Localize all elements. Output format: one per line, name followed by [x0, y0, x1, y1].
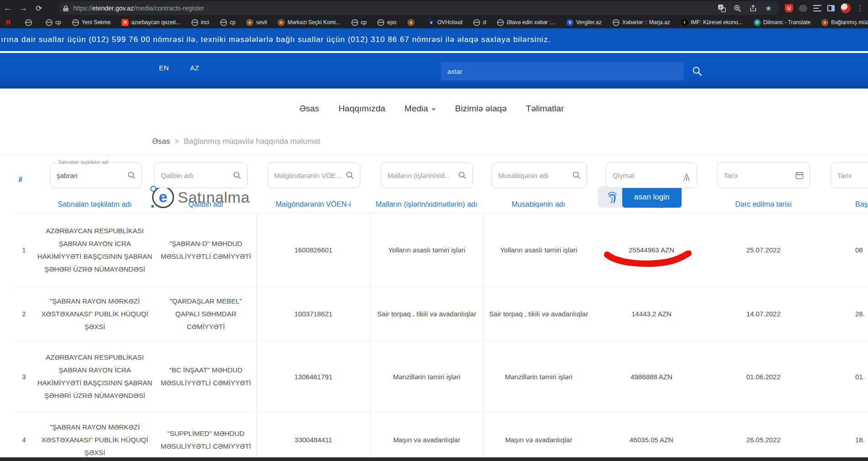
- filter-date-from[interactable]: [717, 162, 810, 188]
- site-search-input[interactable]: [441, 68, 684, 75]
- filter-org-input[interactable]: [56, 171, 125, 180]
- menu-kebab-icon[interactable]: ⋮: [857, 4, 863, 12]
- bookmark-item[interactable]: cp: [46, 19, 61, 26]
- bookmark-item[interactable]: [408, 19, 417, 26]
- emblem-favicon-icon: [408, 19, 414, 26]
- back-icon[interactable]: ←: [0, 3, 16, 13]
- cell-voen: 1003718621: [256, 287, 370, 341]
- filter-goods-input[interactable]: [386, 171, 456, 180]
- bookmark-item[interactable]: Mərkəzi Seçki Komi...: [278, 19, 340, 26]
- filter-tender[interactable]: [492, 162, 587, 188]
- bookmark-item[interactable]: cp: [351, 19, 367, 26]
- bottom-edge-strip: [0, 457, 868, 461]
- bookmark-item[interactable]: cp: [220, 19, 236, 26]
- lang-az-link[interactable]: AZ: [190, 64, 199, 72]
- cell-num: 4: [14, 436, 34, 444]
- filter-date-to-input[interactable]: [836, 171, 868, 180]
- share-icon[interactable]: [748, 4, 757, 13]
- cell-org: AZƏRBAYCAN RESPUBLİKASI ŞABRAN RAYON İCR…: [34, 225, 155, 276]
- filter-icon[interactable]: [682, 173, 691, 182]
- filter-goods[interactable]: [381, 162, 473, 188]
- cell-start: 18.: [818, 436, 868, 444]
- site-search-box[interactable]: [441, 62, 684, 80]
- chevron-down-icon: [431, 108, 436, 111]
- header-published: Dərc edilmə tarixi: [709, 200, 818, 209]
- filter-voen-input[interactable]: [273, 171, 344, 180]
- bookmark-item[interactable]: Xəbərlər :: Marja.az: [613, 19, 670, 26]
- filter-tender-input[interactable]: [498, 171, 570, 180]
- bookmark-star-icon[interactable]: ★: [764, 4, 773, 13]
- globe-favicon-icon: [220, 19, 227, 26]
- nav-item-telimatlar[interactable]: Təlimatlar: [526, 104, 564, 114]
- filter-price[interactable]: [606, 162, 697, 188]
- cell-voen: 1306461791: [256, 341, 370, 412]
- search-icon[interactable]: [458, 171, 467, 180]
- cell-goods: Yolların əsaslı təmiri işləri: [370, 213, 483, 287]
- filter-org[interactable]: Satınalan təşkilatın adı: [50, 162, 142, 188]
- bookmark-item[interactable]: [5, 19, 14, 26]
- cell-winner: "QARDAŞLAR MEBEL" QAPALI SƏHMDAR CƏMİYYƏ…: [155, 295, 256, 333]
- bookmark-item[interactable]: azərbaycan qəzeti...: [122, 19, 180, 26]
- cell-goods: Sair torpaq , tikili və avadanlıqlar: [370, 287, 483, 341]
- forward-icon[interactable]: →: [16, 3, 31, 13]
- cell-published: 01.06.2022: [709, 373, 818, 381]
- browser-window: { "browser": { "url": {"scheme": "https:…: [0, 0, 868, 461]
- filter-date-from-input[interactable]: [723, 171, 793, 180]
- filter-winner[interactable]: [154, 162, 248, 188]
- breadcrumb-home-link[interactable]: Əsas: [152, 137, 170, 146]
- filter-winner-input[interactable]: [160, 171, 231, 180]
- bookmark-item[interactable]: IMF: Küresel ekono...: [681, 19, 743, 26]
- search-icon[interactable]: [572, 171, 581, 180]
- extensions-area: U ⋮: [785, 0, 863, 16]
- nav-item-haqqimizda[interactable]: Haqqımızda: [339, 104, 385, 114]
- cell-start: 01.: [818, 373, 868, 381]
- translate-icon[interactable]: A: [717, 4, 726, 13]
- filter-date-to[interactable]: [831, 162, 868, 188]
- cell-tender: Sair torpaq , tikili və avadanlıqlar: [483, 287, 594, 341]
- nav-item-esas[interactable]: Əsas: [299, 104, 319, 114]
- cell-voen: 1600826601: [256, 213, 370, 287]
- cell-published: 26.05.2022: [709, 436, 818, 444]
- cell-voen: 3300484411: [256, 413, 370, 461]
- table-row: 2 "ŞABRAN RAYON MƏRKƏZİ XƏSTƏXANASI" PUB…: [14, 287, 868, 341]
- ublock-extension-icon[interactable]: U: [785, 4, 793, 12]
- filter-price-input[interactable]: [612, 171, 680, 180]
- cell-tender: Maşın və avadanlıqlar: [483, 413, 594, 461]
- search-icon[interactable]: [233, 171, 242, 180]
- bookmark-item[interactable]: sevil: [246, 19, 267, 26]
- bookmark-item[interactable]: Yeni Sekme: [72, 19, 111, 26]
- zoom-icon[interactable]: [733, 4, 742, 13]
- site-header: e Satınalma Əsas Haqqımızda Media Biziml…: [0, 89, 868, 129]
- search-icon[interactable]: [692, 66, 703, 77]
- reading-list-icon[interactable]: [813, 5, 821, 11]
- search-icon[interactable]: [345, 171, 355, 180]
- calendar-icon[interactable]: [795, 171, 804, 180]
- side-panel-icon[interactable]: [827, 5, 835, 11]
- search-icon[interactable]: [127, 171, 136, 180]
- bookmark-item[interactable]: [25, 19, 35, 26]
- cell-published: 14.07.2022: [709, 310, 818, 318]
- cell-start: 28.: [818, 310, 868, 318]
- bookmark-item[interactable]: d: [473, 19, 486, 26]
- emblem-favicon-icon: [821, 19, 828, 26]
- bookmark-item[interactable]: Dilmanc - Translate: [754, 19, 810, 26]
- cell-tender: Mənzillərin təmiri işləri: [483, 341, 594, 412]
- nav-item-bizimle-elaqe[interactable]: Bizimlə əlaqə: [455, 104, 507, 114]
- bookmark-item[interactable]: OVHcloud: [428, 19, 463, 26]
- ssl-lock-icon: [63, 5, 69, 11]
- reload-icon[interactable]: ⟳: [31, 4, 47, 13]
- bookmark-item[interactable]: Əlavə edin xəbər :...: [497, 19, 556, 26]
- nav-item-media[interactable]: Media: [404, 104, 436, 114]
- filter-voen[interactable]: [267, 162, 360, 188]
- globe-favicon-icon: [25, 19, 32, 26]
- bookmark-item[interactable]: Vergiler.az: [566, 19, 602, 26]
- breadcrumb-separator: >: [175, 137, 179, 146]
- bookmark-item[interactable]: Bağlanmış müqavil...: [821, 19, 868, 26]
- address-bar[interactable]: https://etender.gov.az/media/contracts-r…: [58, 1, 779, 15]
- lang-en-link[interactable]: EN: [159, 64, 169, 72]
- bookmark-item[interactable]: epo: [377, 19, 396, 26]
- extension-icon[interactable]: [799, 5, 807, 12]
- bookmark-item[interactable]: inci: [191, 19, 209, 26]
- globe-favicon-icon: [613, 19, 619, 26]
- profile-avatar[interactable]: [841, 3, 851, 13]
